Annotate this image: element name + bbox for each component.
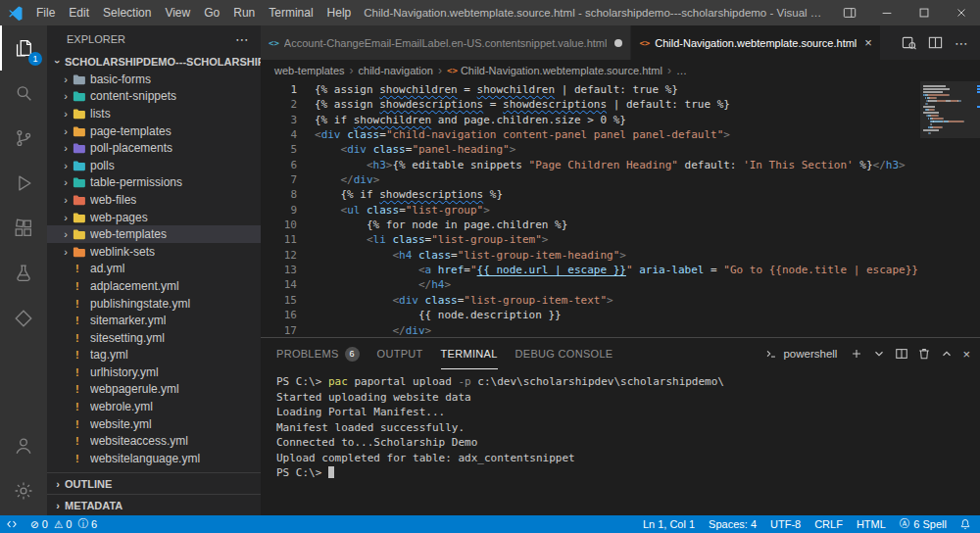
yaml-icon: !	[73, 435, 90, 447]
kill-terminal-icon[interactable]	[917, 347, 931, 361]
status-eol[interactable]: CRLF	[808, 515, 850, 533]
code-line: 16 {{ node.description }}	[261, 308, 920, 322]
line-number: 4	[261, 127, 297, 142]
file-sitemarker.yml[interactable]: !sitemarker.yml	[47, 312, 261, 329]
split-terminal-icon[interactable]	[895, 347, 908, 361]
file-sitesetting.yml[interactable]: !sitesetting.yml	[47, 329, 261, 347]
power-platform-button[interactable]	[0, 296, 47, 341]
code-line: 6 <h3>{% editable snippets "Page Childre…	[261, 158, 920, 172]
file-adplacement.yml[interactable]: !adplacement.yml	[47, 277, 261, 295]
file-ad.yml[interactable]: !ad.yml	[47, 261, 261, 278]
section-outline[interactable]: ›OUTLINE	[47, 472, 261, 494]
testing-button[interactable]	[0, 251, 47, 296]
minimize-button[interactable]	[868, 0, 906, 25]
tree-item-label: basic-forms	[90, 73, 151, 86]
layout-toggle-icon[interactable]	[831, 0, 868, 25]
terminal-line: Connected to...Scholarship Demo	[276, 435, 980, 451]
editor[interactable]: 1{% assign showchildren = showchildren |…	[261, 81, 980, 337]
file-websiteaccess.yml[interactable]: !websiteaccess.yml	[47, 432, 261, 450]
file-webpagerule.yml[interactable]: !webpagerule.yml	[47, 381, 261, 399]
file-tag.yml[interactable]: !tag.yml	[47, 347, 261, 364]
more-actions-icon[interactable]: ⋯	[235, 31, 249, 47]
menu-file[interactable]: File	[29, 0, 62, 25]
notifications-bell-icon[interactable]	[954, 515, 980, 533]
panel-tab-output[interactable]: OUTPUT	[377, 338, 423, 369]
search-button[interactable]	[0, 71, 47, 116]
accounts-button[interactable]	[0, 423, 47, 468]
explorer-button[interactable]: 1	[0, 25, 47, 71]
menu-help[interactable]: Help	[320, 0, 359, 25]
status-indentation[interactable]: Spaces: 4	[702, 515, 763, 533]
account-icon	[13, 435, 34, 457]
menu-edit[interactable]: Edit	[62, 0, 96, 25]
folder-web-pages[interactable]: ›web-pages	[47, 209, 261, 226]
status-encoding[interactable]: UTF-8	[763, 515, 808, 533]
yaml-icon: !	[73, 401, 90, 412]
remote-indicator[interactable]	[0, 515, 24, 533]
split-editor-icon[interactable]	[928, 35, 943, 50]
status-cursor-position[interactable]: Ln 1, Col 1	[636, 515, 702, 533]
status-language-mode[interactable]: HTML	[850, 515, 893, 533]
menu-view[interactable]: View	[158, 0, 197, 25]
folder-web-templates[interactable]: ›web-templates	[47, 225, 261, 243]
file-websitelanguage.yml[interactable]: !websitelanguage.yml	[47, 450, 261, 467]
folder-basic-forms[interactable]: ›basic-forms	[47, 71, 261, 88]
twistie-icon: ›	[59, 125, 73, 137]
file-webrole.yml[interactable]: !webrole.yml	[47, 398, 261, 415]
close-window-button[interactable]	[943, 0, 980, 25]
folder-table-permissions[interactable]: ›table-permissions	[47, 174, 261, 192]
folder-content-snippets[interactable]: ›content-snippets	[47, 88, 261, 106]
tree-item-label: urlhistory.yml	[90, 365, 159, 379]
folder-icon	[73, 194, 90, 206]
code-line: 1{% assign showchildren = showchildren |…	[261, 82, 920, 97]
run-and-debug-button[interactable]	[0, 161, 47, 206]
folder-lists[interactable]: ›lists	[47, 105, 261, 122]
section-metadata[interactable]: ›METADATA	[47, 494, 261, 515]
file-urlhistory.yml[interactable]: !urlhistory.yml	[47, 363, 261, 381]
manage-button[interactable]	[0, 468, 47, 513]
folder-page-templates[interactable]: ›page-templates	[47, 122, 261, 140]
folder-polls[interactable]: ›polls	[47, 157, 261, 174]
terminal-profile[interactable]: powershell	[764, 347, 837, 361]
tab-account-changeemail-emaillabel-en-us-con[interactable]: <>Account-ChangeEmail-EmailLabel.en-US.c…	[261, 25, 631, 60]
twistie-icon: ›	[52, 55, 64, 69]
maximize-button[interactable]	[906, 0, 943, 25]
terminal[interactable]: PS C:\> pac paportal upload -p c:\dev\sc…	[261, 369, 980, 515]
tab-child-navigation-webtemplate-source-html[interactable]: <>Child-Navigation.webtemplate.source.ht…	[631, 25, 880, 60]
panel-tab-problems[interactable]: PROBLEMS6	[276, 338, 360, 369]
status-problems[interactable]: ⊘ 0 ⚠ 0 ⓘ 6	[24, 515, 107, 533]
menu-go[interactable]: Go	[197, 0, 226, 25]
folder-weblink-sets[interactable]: ›weblink-sets	[47, 243, 261, 261]
breadcrumb-item[interactable]: web-templates	[274, 65, 345, 76]
tree-item-label: weblink-sets	[90, 245, 155, 259]
extensions-button[interactable]	[0, 206, 47, 251]
panel-tab-terminal[interactable]: TERMINAL	[441, 338, 498, 369]
folder-poll-placements[interactable]: ›poll-placements	[47, 139, 261, 157]
more-actions-icon[interactable]: ⋯	[955, 36, 968, 50]
maximize-panel-icon[interactable]	[940, 347, 954, 361]
folder-icon	[73, 90, 90, 102]
extensions-icon	[13, 218, 34, 239]
panel-tab-debug-console[interactable]: DEBUG CONSOLE	[515, 338, 613, 369]
file-website.yml[interactable]: !website.yml	[47, 415, 261, 433]
open-preview-icon[interactable]	[902, 35, 916, 50]
menu-run[interactable]: Run	[226, 0, 262, 25]
menu-selection[interactable]: Selection	[96, 0, 158, 25]
tree-root-folder[interactable]: › SCHOLARSHIPDEMO---SCHOLARSHIPDEMO	[47, 53, 261, 71]
close-panel-icon[interactable]: ×	[962, 348, 970, 361]
folder-web-files[interactable]: ›web-files	[47, 191, 261, 209]
new-terminal-button[interactable]	[850, 347, 863, 361]
source-control-button[interactable]	[0, 116, 47, 161]
breadcrumb-item[interactable]: child-navigation	[359, 65, 433, 76]
menu-terminal[interactable]: Terminal	[262, 0, 319, 25]
folder-icon	[73, 246, 90, 258]
status-label: CRLF	[814, 518, 843, 530]
breadcrumb-item[interactable]: …	[676, 65, 687, 76]
breadcrumb-item[interactable]: <> Child-Navigation.webtemplate.source.h…	[447, 65, 662, 76]
close-tab-icon[interactable]: ×	[864, 35, 872, 50]
launch-profile-chevron-icon[interactable]	[872, 347, 886, 361]
file-publishingstate.yml[interactable]: !publishingstate.yml	[47, 295, 261, 313]
status-spell-checker[interactable]: Ⓐ6 Spell	[893, 515, 954, 533]
tab-label: Child-Navigation.webtemplate.source.html	[655, 37, 857, 49]
minimap[interactable]	[920, 81, 980, 337]
